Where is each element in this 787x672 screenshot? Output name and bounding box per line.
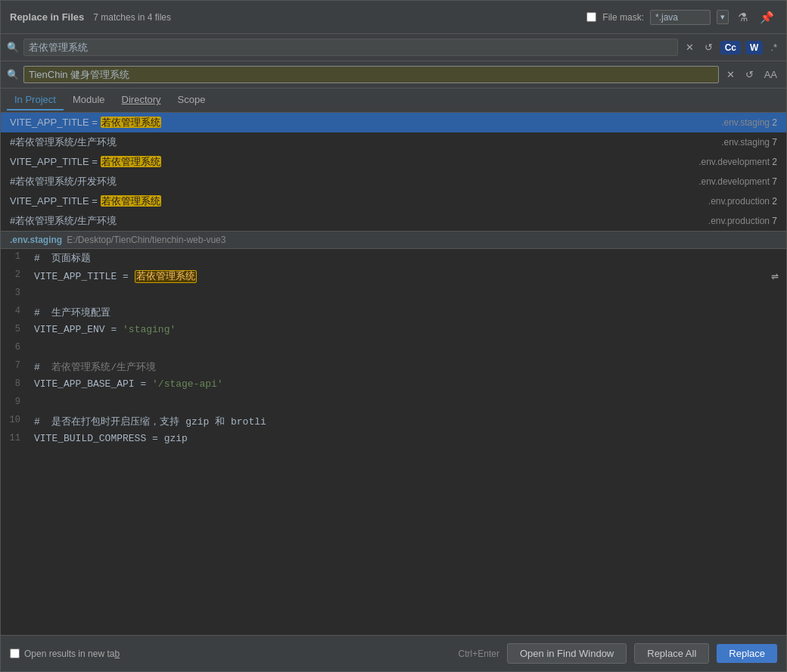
code-line-10: 10 # 是否在打包时开启压缩，支持 gzip 和 brotli: [1, 412, 786, 431]
find-search-icon: 🔍: [7, 42, 19, 53]
code-content: # 页面标题: [28, 250, 786, 266]
replace-button[interactable]: Replace: [717, 644, 777, 663]
preview-file-name: .env.staging: [10, 235, 62, 245]
matches-count: 7 matches in 4 files: [93, 12, 171, 23]
code-content: # 生产环境配置: [28, 304, 786, 321]
find-search-bar: 🔍 ✕ ↺ Cc W .*: [1, 34, 786, 61]
code-line-6: 6: [1, 340, 786, 358]
code-line-1: 1 # 页面标题: [1, 249, 786, 267]
pin-icon[interactable]: 📌: [757, 9, 777, 26]
header-actions: File mask: ▾ ⚗ 📌: [586, 9, 777, 26]
result-highlight: 若依管理系统: [101, 117, 161, 128]
file-mask-checkbox[interactable]: [586, 12, 596, 22]
line-number: 3: [1, 286, 28, 298]
file-mask-label: File mask:: [602, 12, 644, 23]
replace-search-bar: 🔍 ✕ ↺ AA: [1, 61, 786, 89]
line-number: 1: [1, 250, 28, 262]
replace-history-button[interactable]: ↺: [742, 67, 757, 82]
code-preview: 1 # 页面标题 2 VITE_APP_TITLE = 若依管理系统 ⇌ 3 4…: [1, 249, 786, 635]
fold-icon: ⇌: [771, 269, 779, 284]
line-number: 5: [1, 322, 28, 334]
scope-tabs: In Project Module Directory Scope: [1, 89, 786, 113]
result-text: #若依管理系统/生产环境: [10, 214, 702, 228]
replace-all-button[interactable]: Replace All: [634, 643, 709, 664]
clear-replace-button[interactable]: ✕: [723, 67, 738, 82]
match-highlight: 若依管理系统: [135, 270, 197, 283]
code-content: [28, 286, 786, 289]
whole-word-button[interactable]: W: [745, 41, 763, 54]
dialog-header: Replace in Files 7 matches in 4 files Fi…: [1, 1, 786, 34]
code-content: # 若依管理系统/生产环境: [28, 359, 786, 375]
replace-search-icon: 🔍: [7, 69, 19, 80]
code-line-9: 9: [1, 394, 786, 412]
result-row[interactable]: VITE_APP_TITLE = 若依管理系统 .env.staging 2: [1, 113, 786, 132]
line-number: 4: [1, 304, 28, 316]
code-line-8: 8 VITE_APP_BASE_API = '/stage-api': [1, 376, 786, 394]
line-number: 7: [1, 359, 28, 371]
result-highlight: 若依管理系统: [101, 156, 161, 167]
shortcut-hint: Ctrl+Enter: [459, 649, 499, 659]
string-value: 'staging': [123, 324, 176, 335]
case-sensitive-button[interactable]: Cc: [720, 41, 741, 54]
result-row[interactable]: #若依管理系统/生产环境 .env.staging 7: [1, 132, 786, 152]
file-path-bar: .env.staging E:/Desktop/TienChin/tienchi…: [1, 232, 786, 249]
result-row[interactable]: VITE_APP_TITLE = 若依管理系统 .env.development…: [1, 152, 786, 172]
result-file: .env.staging 2: [721, 117, 777, 128]
result-row[interactable]: #若依管理系统/开发环境 .env.development 7: [1, 172, 786, 191]
line-number: 11: [1, 431, 28, 443]
open-find-window-button[interactable]: Open in Find Window: [507, 643, 627, 664]
replace-input[interactable]: [23, 66, 719, 83]
string-value: '/stage-api': [152, 378, 223, 390]
file-mask-dropdown[interactable]: ▾: [717, 10, 729, 24]
result-text: VITE_APP_TITLE = 若依管理系统: [10, 194, 702, 208]
result-highlight: 若依管理系统: [101, 195, 161, 207]
code-content: # 是否在打包时开启压缩，支持 gzip 和 brotli: [28, 413, 786, 430]
line-number: 2: [1, 268, 28, 280]
result-row[interactable]: VITE_APP_TITLE = 若依管理系统 .env.production …: [1, 191, 786, 211]
find-input[interactable]: [23, 39, 678, 56]
result-row[interactable]: #若依管理系统/生产环境 .env.production 7: [1, 211, 786, 231]
preview-file-path: E:/Desktop/TienChin/tienchin-web-vue3: [67, 235, 226, 245]
file-mask-input[interactable]: [650, 10, 711, 25]
find-history-button[interactable]: ↺: [701, 40, 716, 54]
clear-find-button[interactable]: ✕: [683, 40, 697, 54]
code-line-11: 11 VITE_BUILD_COMPRESS = gzip: [1, 431, 786, 449]
line-number: 9: [1, 395, 28, 407]
code-content: VITE_APP_BASE_API = '/stage-api': [28, 377, 786, 391]
result-text: VITE_APP_TITLE = 若依管理系统: [10, 155, 692, 169]
replace-in-files-dialog: Replace in Files 7 matches in 4 files Fi…: [0, 0, 787, 672]
result-text: #若依管理系统/开发环境: [10, 175, 692, 188]
line-number: 6: [1, 341, 28, 353]
code-line-2: 2 VITE_APP_TITLE = 若依管理系统 ⇌: [1, 267, 786, 285]
result-file: .env.development 2: [698, 157, 777, 167]
tab-in-project[interactable]: In Project: [7, 90, 64, 110]
code-content: VITE_APP_TITLE = 若依管理系统: [28, 268, 786, 285]
code-content: [28, 341, 786, 344]
match-case-replace-button[interactable]: AA: [761, 67, 780, 82]
result-file: .env.development 7: [698, 176, 777, 187]
open-tab-section: Open results in new tab: [10, 649, 120, 659]
code-line-3: 3: [1, 285, 786, 303]
result-file: .env.production 7: [708, 216, 777, 226]
result-text: #若依管理系统/生产环境: [10, 135, 715, 149]
open-tab-label: Open results in new tab: [24, 649, 120, 659]
result-file: .env.production 2: [708, 196, 777, 207]
open-tab-checkbox[interactable]: [10, 649, 20, 658]
open-tab-label-underline: b: [114, 649, 120, 659]
code-content: VITE_BUILD_COMPRESS = gzip: [28, 431, 786, 446]
line-number: 8: [1, 377, 28, 389]
result-text: VITE_APP_TITLE = 若依管理系统: [10, 116, 715, 129]
code-content: [28, 395, 786, 398]
regex-button[interactable]: .*: [767, 40, 780, 54]
dialog-title: Replace in Files: [10, 11, 84, 23]
tab-module[interactable]: Module: [65, 90, 113, 110]
tab-directory[interactable]: Directory: [114, 90, 169, 110]
result-file: .env.staging 7: [721, 137, 777, 148]
code-line-4: 4 # 生产环境配置: [1, 303, 786, 322]
code-line-5: 5 VITE_APP_ENV = 'staging': [1, 322, 786, 340]
tab-scope[interactable]: Scope: [170, 90, 213, 110]
filter-icon[interactable]: ⚗: [735, 9, 751, 26]
results-list: VITE_APP_TITLE = 若依管理系统 .env.staging 2 #…: [1, 113, 786, 232]
code-content: VITE_APP_ENV = 'staging': [28, 322, 786, 337]
dialog-footer: Open results in new tab Ctrl+Enter Open …: [1, 635, 786, 671]
